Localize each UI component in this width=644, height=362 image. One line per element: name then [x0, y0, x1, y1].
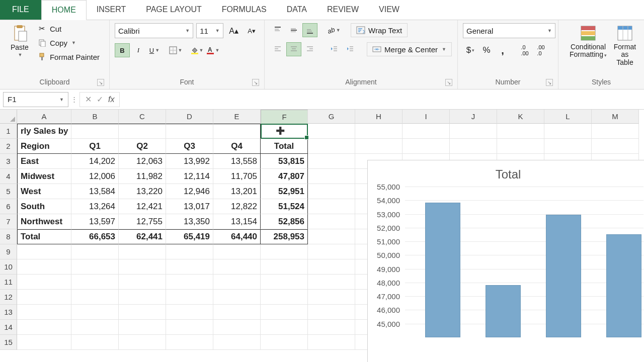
cancel-icon[interactable]: ✕ — [85, 95, 92, 104]
column-header-A[interactable]: A — [17, 110, 71, 124]
column-header-E[interactable]: E — [213, 110, 261, 124]
cell[interactable]: Midwest — [17, 169, 71, 184]
align-top-button[interactable] — [270, 23, 285, 37]
row-header-9[interactable]: 9 — [0, 244, 17, 259]
cell[interactable] — [261, 244, 308, 259]
fx-icon[interactable]: fx — [108, 95, 114, 104]
row-header-2[interactable]: 2 — [0, 139, 17, 154]
cell[interactable] — [119, 259, 166, 275]
accounting-format-button[interactable]: $▾ — [463, 43, 478, 57]
column-header-G[interactable]: G — [308, 110, 355, 124]
row-header-10[interactable]: 10 — [0, 259, 17, 275]
row-header-5[interactable]: 5 — [0, 184, 17, 199]
cell[interactable] — [166, 320, 213, 335]
cell[interactable]: 52,856 — [261, 214, 308, 229]
cell[interactable] — [261, 124, 308, 139]
cell[interactable] — [213, 275, 261, 290]
cell[interactable]: 12,946 — [166, 184, 213, 199]
cell[interactable] — [71, 275, 119, 290]
cell[interactable] — [119, 275, 166, 290]
column-header-J[interactable]: J — [450, 110, 497, 124]
cell[interactable] — [261, 275, 308, 290]
cell[interactable]: 13,264 — [71, 199, 119, 214]
cell[interactable] — [592, 124, 639, 139]
cell[interactable] — [71, 259, 119, 275]
row-header-6[interactable]: 6 — [0, 199, 17, 214]
cell[interactable] — [450, 139, 497, 154]
cell[interactable] — [497, 139, 544, 154]
cell[interactable] — [119, 290, 166, 305]
increase-decimal-button[interactable]: .0.00 — [517, 43, 532, 57]
cell[interactable] — [403, 124, 450, 139]
chart-bar[interactable] — [425, 203, 460, 337]
orientation-button[interactable]: ab▼ — [327, 23, 342, 37]
cell[interactable] — [213, 290, 261, 305]
cell[interactable]: 258,953 — [261, 229, 308, 244]
tab-formulas[interactable]: FORMULAS — [212, 0, 277, 20]
cell[interactable] — [308, 335, 355, 350]
cell[interactable] — [17, 259, 71, 275]
cell[interactable] — [308, 320, 355, 335]
enter-icon[interactable]: ✓ — [97, 95, 103, 104]
cell[interactable] — [71, 124, 119, 139]
cell[interactable]: 12,755 — [119, 214, 166, 229]
column-header-C[interactable]: C — [119, 110, 166, 124]
cell[interactable]: 12,114 — [166, 169, 213, 184]
row-header-12[interactable]: 12 — [0, 290, 17, 305]
column-header-L[interactable]: L — [544, 110, 592, 124]
cell[interactable]: Region — [17, 139, 71, 154]
cell[interactable] — [17, 244, 71, 259]
row-header-11[interactable]: 11 — [0, 275, 17, 290]
cell[interactable] — [213, 244, 261, 259]
chart-bar[interactable] — [486, 285, 521, 337]
tab-insert[interactable]: INSERT — [87, 0, 136, 20]
tab-page-layout[interactable]: PAGE LAYOUT — [136, 0, 212, 20]
grow-font-button[interactable]: A▴ — [226, 24, 242, 38]
align-center-button[interactable] — [286, 42, 301, 56]
cell[interactable] — [71, 244, 119, 259]
align-right-button[interactable] — [302, 42, 317, 56]
cell[interactable]: 47,807 — [261, 169, 308, 184]
cell[interactable] — [71, 305, 119, 320]
cell[interactable] — [308, 244, 355, 259]
cell[interactable] — [308, 275, 355, 290]
cell[interactable] — [71, 335, 119, 350]
cell[interactable] — [544, 124, 592, 139]
cell[interactable]: 53,815 — [261, 154, 308, 169]
dialog-launcher-icon[interactable]: ↘ — [546, 79, 553, 86]
row-header-1[interactable]: 1 — [0, 124, 17, 139]
cell[interactable] — [166, 305, 213, 320]
cut-button[interactable]: ✂ Cut — [36, 23, 63, 34]
spreadsheet-grid[interactable]: 123456789101112131415 ABCDEFGHIJKLM rly … — [0, 110, 644, 362]
cell[interactable] — [450, 124, 497, 139]
cell[interactable] — [166, 275, 213, 290]
cell[interactable]: Total — [17, 229, 71, 244]
column-header-H[interactable]: H — [355, 110, 403, 124]
cell[interactable]: 13,154 — [213, 214, 261, 229]
cell[interactable]: 11,982 — [119, 169, 166, 184]
cell[interactable] — [119, 335, 166, 350]
tab-file[interactable]: FILE — [0, 0, 41, 20]
cell[interactable]: 64,440 — [213, 229, 261, 244]
cell[interactable]: 13,350 — [166, 214, 213, 229]
column-header-K[interactable]: K — [497, 110, 544, 124]
cell[interactable]: rly Sales by Region — [17, 124, 71, 139]
cell[interactable] — [213, 320, 261, 335]
cell[interactable] — [308, 184, 355, 199]
dialog-launcher-icon[interactable]: ↘ — [445, 79, 452, 86]
align-left-button[interactable] — [270, 42, 285, 56]
percent-button[interactable]: % — [479, 43, 494, 57]
row-header-8[interactable]: 8 — [0, 229, 17, 244]
font-name-select[interactable]: Calibri▼ — [115, 23, 193, 38]
row-header-14[interactable]: 14 — [0, 320, 17, 335]
column-header-D[interactable]: D — [166, 110, 213, 124]
cell[interactable]: 51,524 — [261, 199, 308, 214]
cell[interactable] — [308, 229, 355, 244]
cell[interactable]: 13,597 — [71, 214, 119, 229]
fill-color-button[interactable]: ▼ — [189, 43, 204, 57]
borders-button[interactable]: ▼ — [168, 43, 183, 57]
cell[interactable]: 12,421 — [119, 199, 166, 214]
format-painter-button[interactable]: Format Painter — [36, 51, 102, 62]
number-format-select[interactable]: General▼ — [463, 23, 555, 38]
bold-button[interactable]: B — [115, 43, 130, 57]
